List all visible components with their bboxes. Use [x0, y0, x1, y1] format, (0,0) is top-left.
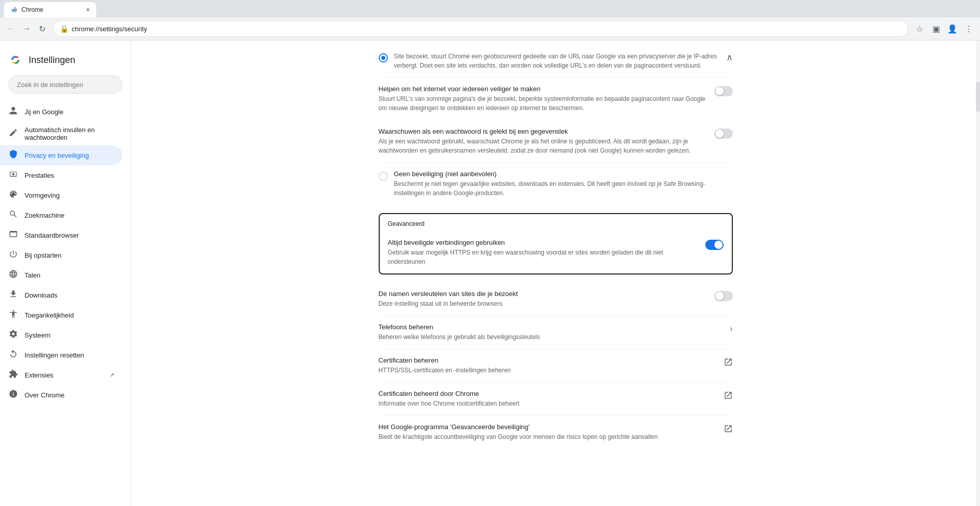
scrollbar-track [976, 40, 980, 506]
sidebar-label: Vormgeving [25, 192, 114, 199]
tab-close-button[interactable]: × [86, 6, 90, 14]
reset-icon [8, 349, 18, 361]
sidebar-item-jij-en-google[interactable]: Jij en Google [0, 102, 122, 122]
setting-desc: Gebruik waar mogelijk HTTPS en krijg een… [388, 248, 699, 266]
top-section: Site bezoekt, stuurt Chrome een geobscur… [379, 40, 733, 205]
setting-desc: Beheren welke telefoons je gebruikt als … [379, 332, 714, 342]
search-input[interactable] [8, 75, 122, 94]
chevron-right-icon: › [721, 324, 733, 333]
safer-toggle[interactable] [714, 86, 733, 96]
profile-button[interactable]: 👤 [945, 22, 960, 36]
settings-icon [8, 329, 18, 341]
setting-item-safer: Helpen om het internet voor iedereen vei… [379, 78, 733, 120]
password-toggle[interactable] [714, 129, 733, 139]
setting-item-no-security: Geen beveiliging (niet aanbevolen) Besch… [379, 163, 733, 205]
sidebar-label: Jij en Google [25, 108, 114, 116]
toolbar-icons: ☆ ▣ 👤 ⋮ [912, 22, 976, 36]
setting-item-chrome-certs[interactable]: Certificaten beheerd door Chrome Informa… [379, 383, 733, 416]
sidebar-item-over-chrome[interactable]: Over Chrome [0, 385, 122, 405]
sidebar-label: Over Chrome [25, 391, 114, 399]
address-bar[interactable]: 🔒 chrome://settings/security [53, 20, 908, 37]
sidebar: Instellingen Jij en Google Automatisch i… [0, 40, 131, 506]
setting-item-certificates[interactable]: Certificaten beheren HTTPS/SSL-certifica… [379, 349, 733, 383]
sidebar-label: Talen [25, 271, 114, 279]
setting-title: Helpen om het internet voor iedereen vei… [379, 85, 708, 93]
setting-desc: Stuurt URL's van sommige pagina's die je… [379, 94, 708, 113]
sidebar-item-talen[interactable]: Talen [0, 265, 122, 285]
setting-title: Certificaten beheerd door Chrome [379, 390, 714, 397]
menu-button[interactable]: ⋮ [962, 22, 976, 36]
setting-item-https: Altijd beveiligde verbindingen gebruiken… [388, 231, 724, 273]
setting-item-phones[interactable]: Telefoons beheren Beheren welke telefoon… [379, 316, 733, 349]
https-toggle[interactable] [705, 240, 724, 250]
browser-icon [8, 229, 18, 241]
sidebar-item-autofill[interactable]: Automatisch invullen en wachtwoorden [0, 122, 122, 145]
sidebar-item-toegankelijkheid[interactable]: Toegankelijkheid [0, 305, 122, 325]
edit-icon [8, 128, 18, 140]
open-external-icon-2[interactable] [721, 391, 733, 402]
setting-item-advanced-protection[interactable]: Het Google-programma 'Geavanceerde bevei… [379, 416, 733, 449]
sidebar-label: Instellingen resetten [25, 351, 114, 359]
power-icon [8, 249, 18, 261]
setting-title: Geen beveiliging (niet aanbevolen) [394, 170, 733, 178]
tab-title: Chrome [21, 6, 83, 13]
sidebar-label: Downloads [25, 291, 114, 299]
setting-text: Site bezoekt, stuurt Chrome een geobscur… [394, 52, 720, 70]
refresh-button[interactable]: ↻ [35, 22, 49, 36]
svg-point-4 [14, 58, 17, 61]
palette-icon [8, 189, 18, 201]
extensions-button[interactable]: ▣ [929, 22, 943, 36]
sidebar-label: Toegankelijkheid [25, 311, 114, 319]
sidebar-item-extensies[interactable]: Extensies ↗ [0, 365, 122, 385]
bottom-section: De namen versleutelen van sites die je b… [379, 283, 733, 449]
sidebar-title: Instellingen [29, 55, 75, 66]
sidebar-label: Zoekmachine [25, 212, 114, 219]
bookmark-button[interactable]: ☆ [912, 22, 927, 36]
sidebar-item-standaardbrowser[interactable]: Standaardbrowser [0, 225, 122, 245]
open-external-icon[interactable] [721, 357, 733, 369]
setting-desc: HTTPS/SSL-certificaten en -instellingen … [379, 366, 714, 375]
scrollbar-thumb[interactable] [976, 81, 980, 112]
open-external-icon-3[interactable] [721, 424, 733, 435]
content-inner: Site bezoekt, stuurt Chrome een geobscur… [366, 40, 745, 465]
setting-title: Waarschuwen als een wachtwoord is gelekt… [379, 128, 708, 135]
info-icon [8, 389, 18, 401]
sidebar-item-vormgeving[interactable]: Vormgeving [0, 185, 122, 205]
search-icon [8, 209, 18, 221]
sidebar-item-zoekmachine[interactable]: Zoekmachine [0, 205, 122, 225]
sidebar-label: Automatisch invullen en wachtwoorden [25, 126, 114, 141]
tab-bar: Chrome × [0, 0, 980, 17]
sidebar-header: Instellingen [0, 49, 130, 75]
collapse-button[interactable]: ∧ [726, 52, 733, 63]
active-tab[interactable]: Chrome × [4, 2, 96, 17]
setting-title: Telefoons beheren [379, 323, 714, 331]
sidebar-item-privacy[interactable]: Privacy en beveiliging [0, 145, 122, 165]
sidebar-label: Standaardbrowser [25, 231, 114, 239]
radio-unselected-button[interactable] [379, 172, 388, 181]
shield-icon [8, 150, 18, 161]
sidebar-search[interactable] [8, 75, 122, 94]
main-content: Site bezoekt, stuurt Chrome een geobscur… [131, 40, 980, 506]
sidebar-item-prestaties[interactable]: Prestaties [0, 165, 122, 185]
lock-icon: 🔒 [60, 25, 69, 33]
sidebar-item-bij-opstarten[interactable]: Bij opstarten [0, 245, 122, 265]
back-button[interactable]: ← [4, 22, 18, 36]
setting-item-password: Waarschuwen als een wachtwoord is gelekt… [379, 120, 733, 163]
sidebar-label: Prestaties [25, 172, 114, 179]
setting-desc: Biedt de krachtigste accountbeveiliging … [379, 432, 714, 441]
sidebar-item-instellingen-resetten[interactable]: Instellingen resetten [0, 345, 122, 365]
dns-toggle[interactable] [714, 291, 733, 301]
forward-button[interactable]: → [19, 22, 34, 36]
setting-title: De namen versleutelen van sites die je b… [379, 290, 708, 298]
setting-desc: Informatie over hoe Chrome rootcertifica… [379, 399, 714, 408]
sidebar-item-downloads[interactable]: Downloads [0, 285, 122, 305]
sidebar-label: Extensies [25, 371, 103, 379]
performance-icon [8, 170, 18, 181]
setting-desc-top: Site bezoekt, stuurt Chrome een geobscur… [394, 52, 720, 70]
sidebar-item-systeem[interactable]: Systeem [0, 325, 122, 345]
setting-title: Altijd beveiligde verbindingen gebruiken [388, 239, 699, 246]
advanced-box: Geavanceerd Altijd beveiligde verbinding… [379, 213, 733, 275]
browser-shell: Chrome × ← → ↻ 🔒 chrome://settings/secur… [0, 0, 980, 40]
sidebar-label: Bij opstarten [25, 251, 114, 259]
radio-selected-button[interactable] [379, 53, 388, 62]
